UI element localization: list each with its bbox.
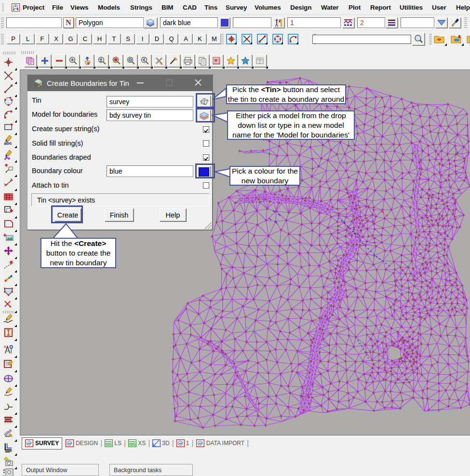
svg-text:R: R: [4, 345, 7, 349]
svg-text:12d: 12d: [35, 83, 40, 86]
svg-text:abc: abc: [4, 140, 12, 146]
